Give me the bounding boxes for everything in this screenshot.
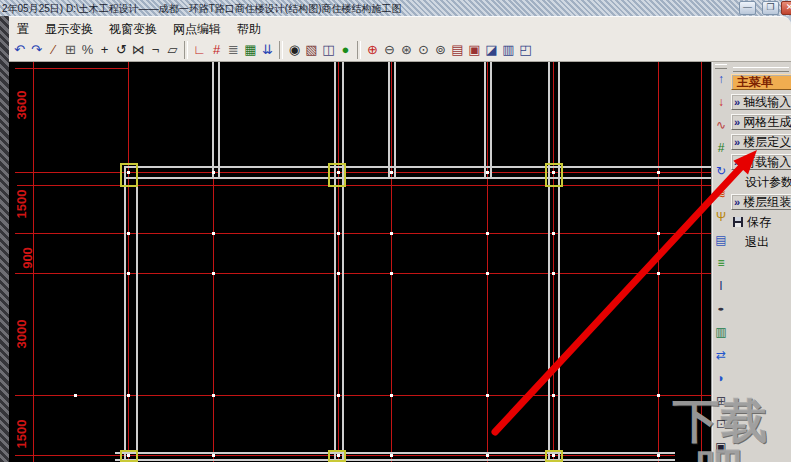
form-icon[interactable]: ▥ (500, 41, 517, 59)
layers-icon[interactable]: ≡ (714, 255, 729, 272)
grid-node (486, 394, 489, 397)
compass-icon[interactable]: ◉ (286, 41, 303, 59)
render-ball-icon[interactable]: ● (337, 41, 354, 59)
region-edit-icon[interactable]: ⊡ (714, 416, 729, 433)
lightning-icon[interactable]: ≋ (714, 186, 729, 203)
swap-arrows-icon[interactable]: ⇄ (714, 347, 729, 364)
chevron-right-icon: » (734, 116, 740, 128)
column-marker (328, 163, 346, 187)
restore-button[interactable]: ❐ (762, 1, 779, 15)
raster-icon[interactable]: ▦ (242, 41, 259, 59)
grid-node (337, 454, 340, 457)
grid-node (552, 232, 555, 235)
chevron-right-icon: » (734, 156, 740, 168)
menu-item-2[interactable]: 视窗变换 (101, 18, 165, 40)
grid-node (212, 394, 215, 397)
zoom-window-icon[interactable]: ⊕ (364, 41, 381, 59)
grid-node (486, 454, 489, 457)
ellipse-icon[interactable]: ● (714, 305, 729, 314)
erase-icon[interactable]: ∕ (45, 41, 62, 59)
scale-icon[interactable]: % (79, 41, 96, 59)
save-floppy-icon (733, 217, 743, 227)
side-menu-item-5[interactable]: »楼层组装 (731, 194, 791, 210)
menu-bar: 置显示变换视窗变换网点编辑帮助 (9, 18, 791, 38)
grid-node (127, 454, 130, 457)
side-menu-label: 保存 (747, 215, 771, 229)
rotate-icon[interactable]: ↺ (113, 41, 130, 59)
fragment-grid-icon[interactable]: ⊞ (62, 41, 79, 59)
polygon-icon[interactable]: ▱ (164, 41, 181, 59)
drawing-viewport[interactable]: 3600150090030001500 (9, 62, 711, 462)
grid-icon[interactable]: # (714, 140, 729, 157)
axis-bend-icon[interactable]: ∟ (191, 41, 208, 59)
side-menu-item-4[interactable]: 设计参数 (731, 174, 791, 190)
axis-line-vertical (391, 62, 392, 462)
side-menu-item-1[interactable]: »网格生成 (731, 114, 791, 130)
copy-pages-icon[interactable]: ▤ (714, 232, 729, 249)
undo-icon[interactable]: ↶ (11, 41, 28, 59)
wall-line (124, 166, 711, 168)
grid-edit-icon[interactable]: ⊞ (714, 393, 729, 410)
grid-node (390, 394, 393, 397)
side-menu-label: 楼层组装 (743, 195, 791, 209)
grid-node (390, 232, 393, 235)
redo-icon[interactable]: ↷ (28, 41, 45, 59)
axis-line-horizontal (17, 395, 711, 396)
mirror-icon[interactable]: ⋈ (130, 41, 147, 59)
delete-doc-icon[interactable]: ▤ (449, 41, 466, 59)
axis-line-vertical (553, 62, 554, 462)
book-icon[interactable]: ▥ (714, 324, 729, 341)
toolbar-grip[interactable] (715, 64, 727, 69)
move-icon[interactable]: + (96, 41, 113, 59)
main-menu-button[interactable]: 主菜单 (731, 74, 791, 90)
side-menu-item-0[interactable]: »轴线输入 (731, 94, 791, 110)
grid-node (212, 232, 215, 235)
menu-item-0[interactable]: 置 (9, 18, 37, 40)
grid-node (486, 272, 489, 275)
dimension-label: 1500 (14, 190, 29, 219)
axis-line-vertical (128, 62, 129, 462)
node-link-icon[interactable]: ∿ (714, 117, 729, 134)
mirror-line-icon[interactable]: ¬ (147, 41, 164, 59)
box3d-icon[interactable]: ▧ (303, 41, 320, 59)
down-arrows-icon[interactable]: ⇊ (259, 41, 276, 59)
wing-brush-icon[interactable]: ◗ (714, 370, 729, 387)
axis-line-horizontal (17, 273, 711, 274)
wall-line (342, 62, 344, 462)
wall-line (558, 62, 560, 462)
minimize-button[interactable]: — (739, 1, 756, 15)
title-bar: 2年05月25日) D:\土木工程设计——成都一环路T路口商住楼设计(结构图)商… (0, 0, 791, 16)
zoom-dynamic-icon[interactable]: ⊛ (398, 41, 415, 59)
window-edit-icon[interactable]: ◰ (517, 41, 534, 59)
delete-window-icon[interactable]: ▣ (466, 41, 483, 59)
grid-node (657, 232, 660, 235)
grid-node (212, 454, 215, 457)
menu-item-3[interactable]: 网点编辑 (165, 18, 229, 40)
line-list-icon[interactable]: ≣ (225, 41, 242, 59)
zoom-query-icon[interactable]: ⊙ (415, 41, 432, 59)
side-menu-item-7[interactable]: 退出 (731, 234, 791, 250)
menu-item-4[interactable]: 帮助 (229, 18, 269, 40)
axis-line-horizontal (17, 233, 711, 234)
axe-tool-icon[interactable]: Ψ (714, 209, 729, 226)
panel-grip[interactable] (733, 67, 789, 72)
side-menu-item-2[interactable]: »楼层定义 (731, 134, 791, 150)
side-menu-item-3[interactable]: »荷载输入 (731, 154, 791, 170)
axis-line-vertical (338, 62, 339, 462)
box3d-2-icon[interactable]: ◫ (320, 41, 337, 59)
arrow-up-icon[interactable]: ↑ (714, 71, 729, 88)
save-view-icon[interactable]: ▣ (714, 439, 729, 456)
axis-grid-icon[interactable]: # (208, 41, 225, 59)
close-button[interactable]: ✕ (781, 1, 791, 15)
menu-item-1[interactable]: 显示变换 (37, 18, 101, 40)
chevron-right-icon: » (734, 136, 740, 148)
arrow-down-icon[interactable]: ↓ (714, 94, 729, 111)
redo-smiley-icon[interactable]: ↻ (714, 163, 729, 180)
side-menu-item-6[interactable]: 保存 (731, 214, 791, 230)
pan-icon[interactable]: ⊚ (432, 41, 449, 59)
edit-icon[interactable]: ◪ (483, 41, 500, 59)
ibeam-icon[interactable]: I (714, 278, 729, 295)
wall-line (218, 62, 220, 177)
zoom-out-icon[interactable]: ⊖ (381, 41, 398, 59)
grid-node (390, 272, 393, 275)
